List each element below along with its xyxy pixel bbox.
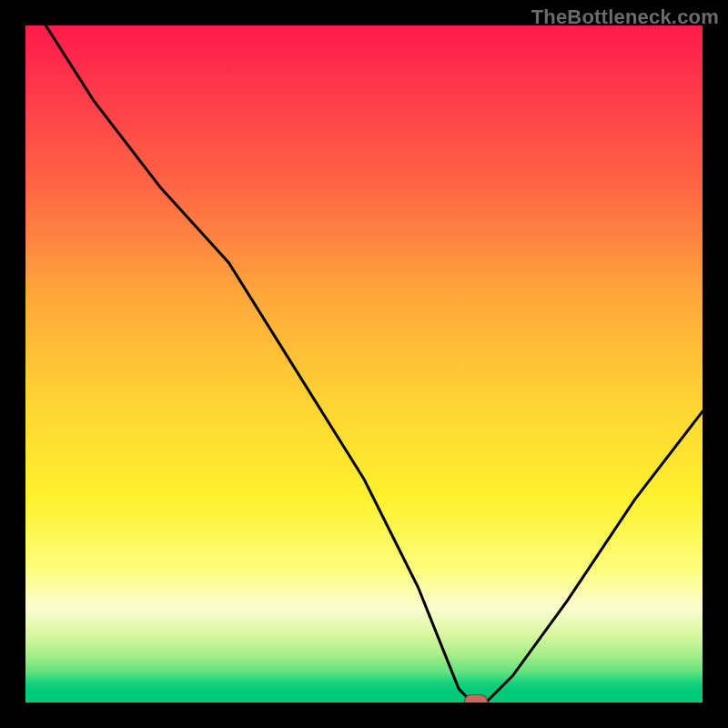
- optimal-point-marker: [464, 694, 488, 703]
- bottleneck-curve: [25, 25, 703, 703]
- chart-frame: TheBottleneck.com: [0, 0, 728, 728]
- plot-area: [25, 25, 703, 703]
- watermark-text: TheBottleneck.com: [531, 5, 719, 29]
